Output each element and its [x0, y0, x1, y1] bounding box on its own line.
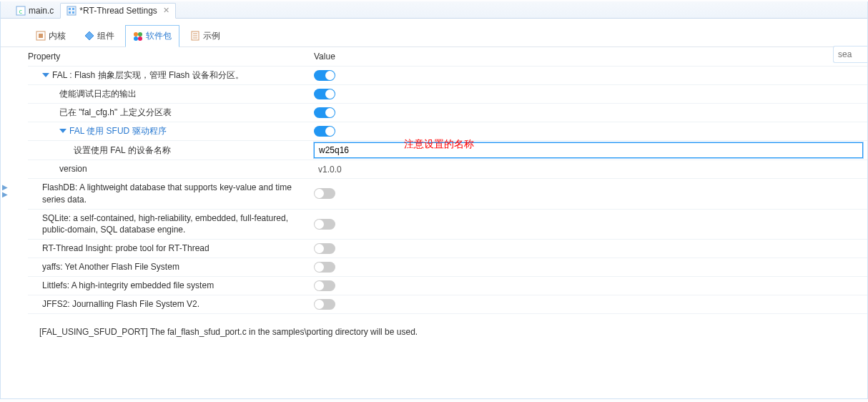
svg-rect-4 — [72, 8, 74, 10]
tab-label: 组件 — [97, 30, 114, 42]
header-value: Value — [314, 52, 867, 62]
tab-examples[interactable]: 示例 — [182, 25, 228, 46]
prop-label: JFFS2: Journalling Flash File System V2. — [42, 298, 199, 310]
table-row: yaffs: Yet Another Flash File System — [28, 258, 867, 276]
table-row: 已在 "fal_cfg.h" 上定义分区表 — [28, 103, 867, 122]
tab-components[interactable]: 组件 — [77, 25, 122, 46]
prop-label: FlashDB: A lightweight database that sup… — [42, 182, 307, 206]
svg-rect-3 — [69, 8, 71, 10]
property-table: Property Value FAL : Flash 抽象层实现，管理 Flas… — [1, 47, 867, 314]
expand-icon[interactable] — [59, 129, 66, 133]
svg-point-12 — [134, 36, 138, 41]
c-file-icon: c — [16, 6, 26, 16]
svg-point-13 — [138, 36, 142, 41]
prop-label: FAL 使用 SFUD 驱动程序 — [69, 125, 167, 137]
svg-rect-2 — [67, 6, 76, 15]
examples-icon — [190, 31, 200, 41]
svg-rect-5 — [69, 11, 71, 14]
expand-panel-handle[interactable]: ▶ ▶ — [2, 185, 8, 197]
toggle-switch[interactable] — [314, 70, 335, 81]
toggle-switch[interactable] — [314, 126, 335, 137]
kernel-icon — [36, 31, 46, 41]
table-row: JFFS2: Journalling Flash File System V2. — [28, 295, 867, 314]
toggle-switch[interactable] — [314, 280, 335, 291]
settings-file-icon — [66, 6, 77, 16]
components-icon — [84, 31, 94, 41]
toggle-switch[interactable] — [314, 219, 335, 230]
table-row: FAL : Flash 抽象层实现，管理 Flash 设备和分区。 — [28, 66, 867, 84]
toggle-switch[interactable] — [314, 107, 335, 118]
table-row: 设置使用 FAL 的设备名称 — [28, 140, 867, 160]
prop-label: yaffs: Yet Another Flash File System — [42, 261, 179, 273]
file-tab-label: *RT-Thread Settings — [79, 6, 157, 16]
svg-point-11 — [138, 32, 142, 36]
search-input[interactable] — [833, 46, 867, 63]
category-tab-bar: 内核 组件 软件包 示例 — [1, 19, 867, 47]
toggle-switch[interactable] — [314, 262, 335, 273]
table-row: FlashDB: A lightweight database that sup… — [28, 178, 867, 209]
prop-label: 已在 "fal_cfg.h" 上定义分区表 — [59, 107, 172, 119]
prop-label: version — [59, 163, 87, 175]
close-icon[interactable]: ✕ — [163, 6, 169, 15]
table-row: 使能调试日志的输出 — [28, 84, 867, 103]
header-property: Property — [28, 52, 314, 62]
prop-label: SQLite: a self-contained, high-reliabili… — [42, 212, 307, 237]
file-tab-label: main.c — [29, 6, 54, 16]
table-row: FAL 使用 SFUD 驱动程序 — [28, 122, 867, 140]
prop-label: 使能调试日志的输出 — [59, 88, 137, 100]
file-tab-main-c[interactable]: c main.c — [9, 3, 60, 19]
tab-label: 软件包 — [146, 30, 172, 42]
svg-rect-6 — [72, 11, 74, 14]
table-header: Property Value — [28, 50, 867, 66]
file-tab-bar: c main.c *RT-Thread Settings ✕ — [1, 1, 867, 19]
expand-icon[interactable] — [42, 73, 49, 77]
file-tab-rt-thread-settings[interactable]: *RT-Thread Settings ✕ — [60, 3, 176, 19]
description-text: [FAL_USING_SFUD_PORT] The fal_flash_sfud… — [1, 314, 867, 354]
packages-icon — [133, 31, 143, 41]
tab-label: 内核 — [49, 30, 66, 42]
chevron-right-icon: ▶ — [2, 192, 8, 197]
device-name-input[interactable] — [314, 142, 863, 158]
toggle-switch[interactable] — [314, 243, 335, 254]
tab-label: 示例 — [203, 30, 220, 42]
version-value: v1.0.0 — [314, 165, 342, 175]
chevron-right-icon: ▶ — [2, 185, 8, 190]
svg-text:c: c — [19, 8, 22, 15]
tab-packages[interactable]: 软件包 — [125, 25, 179, 47]
table-row: Littlefs: A high-integrity embedded file… — [28, 276, 867, 295]
svg-rect-8 — [39, 34, 43, 38]
toggle-switch[interactable] — [314, 299, 335, 310]
tab-kernel[interactable]: 内核 — [28, 25, 74, 46]
table-row: version v1.0.0 — [28, 160, 867, 178]
svg-marker-9 — [85, 31, 94, 40]
prop-label: 设置使用 FAL 的设备名称 — [74, 144, 171, 157]
svg-point-10 — [134, 32, 138, 36]
table-row: SQLite: a self-contained, high-reliabili… — [28, 209, 867, 240]
table-row: RT-Thread Insight: probe tool for RT-Thr… — [28, 239, 867, 258]
prop-label: Littlefs: A high-integrity embedded file… — [42, 280, 214, 292]
toggle-switch[interactable] — [314, 188, 335, 199]
toggle-switch[interactable] — [314, 89, 335, 99]
prop-label: RT-Thread Insight: probe tool for RT-Thr… — [42, 242, 209, 255]
prop-label: FAL : Flash 抽象层实现，管理 Flash 设备和分区。 — [52, 69, 244, 82]
